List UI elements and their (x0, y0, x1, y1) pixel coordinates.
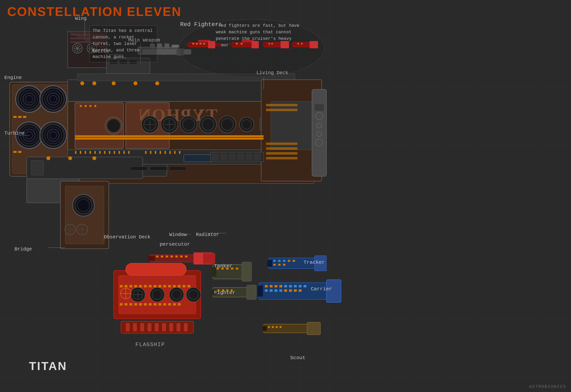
svg-point-50 (80, 81, 84, 85)
svg-rect-139 (174, 151, 176, 154)
svg-rect-166 (208, 41, 215, 48)
label-carrier: Carrier (311, 286, 332, 292)
svg-rect-183 (271, 43, 273, 44)
label-engine: Engine (4, 75, 22, 80)
svg-rect-237 (163, 303, 166, 306)
svg-rect-158 (237, 153, 244, 161)
svg-rect-180 (281, 41, 289, 48)
svg-rect-236 (158, 303, 161, 306)
line-living-deck (264, 77, 264, 89)
svg-rect-232 (139, 303, 142, 306)
svg-rect-246 (133, 323, 137, 331)
svg-rect-138 (169, 151, 171, 154)
svg-rect-238 (168, 303, 171, 306)
svg-rect-122 (80, 151, 81, 154)
svg-rect-261 (236, 268, 238, 269)
svg-rect-300 (264, 324, 315, 333)
svg-rect-102 (75, 135, 264, 137)
svg-rect-185 (310, 41, 318, 48)
line-window (177, 234, 191, 235)
svg-rect-143 (266, 142, 298, 145)
svg-rect-283 (265, 285, 268, 287)
svg-rect-235 (154, 303, 156, 306)
svg-rect-40 (13, 116, 17, 118)
svg-rect-136 (160, 151, 161, 154)
svg-rect-271 (267, 260, 272, 267)
svg-rect-272 (273, 260, 276, 262)
label-flagship: FLAGSHIP (135, 342, 165, 348)
svg-rect-202 (126, 263, 186, 275)
label-bridge: Bridge (15, 246, 32, 252)
svg-rect-148 (315, 104, 324, 111)
svg-rect-65 (165, 43, 169, 48)
svg-rect-182 (269, 43, 270, 44)
line-radiator (207, 233, 226, 233)
svg-point-114 (77, 199, 90, 211)
svg-rect-292 (265, 289, 268, 292)
svg-rect-217 (187, 285, 190, 287)
svg-rect-171 (199, 43, 201, 44)
svg-rect-105 (31, 161, 44, 175)
svg-rect-176 (230, 43, 236, 46)
svg-rect-125 (94, 151, 96, 154)
svg-rect-289 (294, 285, 297, 287)
svg-rect-278 (278, 264, 281, 266)
svg-rect-277 (273, 264, 276, 266)
titan-label: TITAN (29, 359, 67, 373)
svg-rect-66 (172, 45, 179, 48)
svg-rect-293 (270, 289, 272, 292)
label-scout: Scout (290, 355, 305, 361)
svg-rect-167 (186, 43, 192, 46)
label-persecutor: persecutor (160, 241, 190, 247)
svg-point-107 (68, 156, 72, 160)
line-wing (85, 22, 85, 36)
svg-rect-129 (114, 151, 115, 154)
svg-rect-302 (262, 326, 267, 331)
svg-rect-228 (120, 303, 123, 306)
svg-rect-298 (294, 289, 297, 292)
svg-rect-234 (149, 303, 152, 306)
label-window: Window (169, 232, 187, 238)
svg-rect-141 (266, 104, 298, 106)
svg-rect-187 (298, 43, 299, 44)
svg-rect-304 (272, 326, 274, 328)
svg-rect-297 (289, 289, 292, 292)
svg-rect-146 (266, 157, 298, 159)
svg-rect-172 (203, 43, 205, 44)
svg-rect-213 (168, 285, 171, 287)
svg-rect-127 (104, 151, 105, 154)
svg-rect-210 (154, 285, 156, 287)
svg-rect-248 (148, 323, 151, 331)
svg-rect-295 (279, 289, 282, 292)
red-fighter-2 (227, 36, 266, 53)
svg-rect-301 (307, 322, 320, 335)
line-turbine (19, 135, 30, 136)
svg-rect-43 (13, 151, 17, 153)
svg-rect-207 (139, 285, 142, 287)
svg-rect-124 (90, 151, 91, 154)
svg-rect-206 (134, 285, 137, 287)
label-observation-deck: Observation Deck (104, 234, 150, 240)
svg-point-53 (134, 81, 137, 85)
svg-rect-126 (99, 151, 101, 154)
svg-rect-233 (144, 303, 147, 306)
svg-rect-250 (162, 323, 166, 331)
svg-rect-153 (184, 154, 213, 162)
svg-point-54 (155, 81, 159, 85)
svg-rect-163 (169, 167, 186, 170)
svg-rect-290 (299, 285, 301, 287)
svg-rect-203 (120, 285, 123, 287)
svg-rect-130 (119, 151, 120, 154)
label-tracker: Tracker (303, 260, 325, 265)
svg-rect-273 (278, 260, 281, 262)
svg-rect-287 (284, 285, 287, 287)
svg-rect-145 (266, 152, 298, 154)
svg-rect-100 (90, 105, 91, 107)
svg-rect-42 (23, 116, 26, 118)
svg-rect-229 (124, 303, 127, 306)
svg-rect-99 (85, 105, 87, 107)
svg-rect-162 (150, 167, 167, 170)
svg-point-71 (107, 119, 120, 132)
svg-rect-104 (27, 157, 143, 179)
svg-rect-186 (291, 43, 295, 46)
